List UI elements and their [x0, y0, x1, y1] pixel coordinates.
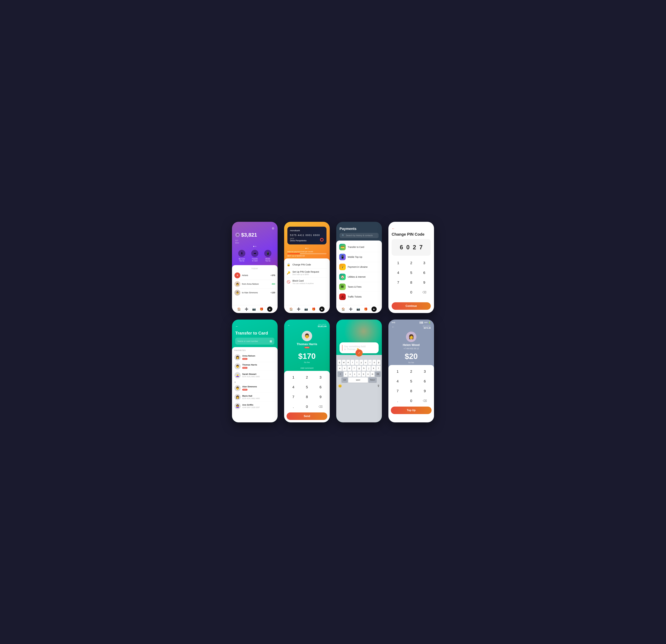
kb-123[interactable]: 123	[341, 378, 348, 383]
h-key-3[interactable]: 3	[420, 367, 430, 376]
send-button[interactable]: Send	[286, 413, 327, 420]
kb-f[interactable]: f	[352, 366, 356, 371]
nav-home[interactable]: 🏠	[237, 307, 241, 311]
nav3-home[interactable]: 🏠	[341, 307, 345, 311]
card-input-field[interactable]: Name or card number ▦	[235, 338, 274, 345]
kb-v[interactable]: v	[357, 371, 361, 377]
nav2-camera[interactable]: 📷	[304, 307, 308, 311]
kb-return[interactable]: Return	[369, 378, 376, 383]
nav2-home[interactable]: 🏠	[290, 307, 293, 311]
h-key-4[interactable]: 4	[393, 377, 403, 385]
kb-h[interactable]: h	[362, 366, 366, 371]
kb-t[interactable]: t	[355, 360, 359, 365]
menu-change-pin[interactable]: 🔒 Change PIN Code	[286, 261, 327, 268]
back-button-helen[interactable]: ←	[392, 325, 395, 329]
payment-taxes[interactable]: 🏛 Taxes & Fees	[338, 282, 380, 292]
nav2-gift[interactable]: 🎁	[312, 307, 315, 311]
kb-r[interactable]: r	[351, 360, 354, 365]
h-key-delete[interactable]: ⌫	[420, 397, 430, 405]
payment-traffic[interactable]: ⚠ Traffic Tickets	[338, 292, 380, 302]
kb-p[interactable]: p	[377, 360, 381, 365]
nav-plus[interactable]: ➕	[245, 307, 248, 311]
kb-i[interactable]: i	[368, 360, 372, 365]
kb-g[interactable]: g	[357, 366, 361, 371]
nav-play[interactable]: ▶	[267, 307, 273, 312]
menu-set-pin[interactable]: 🔑 Set Up PIN Code Request Don't ask up t…	[286, 268, 327, 278]
h-key-0[interactable]: 0	[406, 397, 416, 405]
back-button-transfer[interactable]: ←	[235, 325, 274, 328]
nav3-gift[interactable]: 🎁	[364, 307, 368, 311]
t-key-6[interactable]: 6	[316, 383, 325, 391]
payment-transfer[interactable]: 💳 Transfer to Card	[338, 242, 380, 252]
key-3[interactable]: 3	[419, 259, 429, 267]
kb-e[interactable]: e	[346, 360, 350, 365]
nav2-plus[interactable]: ➕	[297, 307, 300, 311]
mobile-topup-btn[interactable]: 📱 MobileTop Up	[264, 250, 271, 262]
t-key-7[interactable]: 7	[288, 393, 298, 401]
t-key-5[interactable]: 5	[302, 383, 312, 391]
add-comment-btn[interactable]: Add comment	[284, 365, 330, 371]
kb-k[interactable]: k	[371, 366, 376, 371]
h-key-dot[interactable]: .	[393, 397, 403, 405]
kb-m[interactable]: m	[370, 371, 374, 377]
kb-q[interactable]: q	[337, 360, 341, 365]
key-9[interactable]: 9	[419, 278, 429, 286]
send-circle-btn[interactable]: ✓	[355, 349, 363, 356]
kb-emoji-icon[interactable]: 😊	[338, 384, 342, 388]
t-key-dot[interactable]: .	[288, 403, 298, 411]
menu-block-card[interactable]: 🚫 Block Card You can unblock it anytime	[286, 278, 327, 286]
continue-button[interactable]: Continue	[392, 302, 431, 310]
key-0[interactable]: 0	[406, 288, 416, 296]
my-card-topup-btn[interactable]: ⬇ My CardTop Up	[238, 250, 245, 262]
h-key-2[interactable]: 2	[406, 367, 416, 376]
kb-z[interactable]: z	[344, 371, 348, 377]
topup-button[interactable]: Top Up	[391, 406, 432, 414]
kb-a[interactable]: a	[337, 366, 342, 371]
t-key-delete[interactable]: ⌫	[316, 403, 325, 411]
nav-camera[interactable]: 📷	[252, 307, 256, 311]
kb-space[interactable]: space	[348, 378, 368, 383]
t-key-4[interactable]: 4	[288, 383, 298, 391]
key-2[interactable]: 2	[406, 259, 416, 267]
contact-anna-nelson[interactable]: 👩 Anna Nelson mono	[234, 353, 275, 362]
contact-marie-hall[interactable]: 👩 Marie Hall 5375 4141 0001 6400	[234, 393, 275, 402]
h-key-8[interactable]: 8	[406, 387, 416, 395]
kb-c[interactable]: c	[353, 371, 356, 377]
key-1[interactable]: 1	[393, 259, 403, 267]
nav3-camera[interactable]: 📷	[356, 307, 360, 311]
settings-icon[interactable]: ⚙	[272, 227, 274, 230]
kb-u[interactable]: u	[364, 360, 368, 365]
kb-mic-icon[interactable]: 🎙	[377, 384, 380, 388]
h-key-6[interactable]: 6	[420, 377, 430, 385]
kb-j[interactable]: j	[367, 366, 371, 371]
h-key-7[interactable]: 7	[393, 387, 403, 395]
h-key-9[interactable]: 9	[420, 387, 430, 395]
kb-o[interactable]: o	[372, 360, 376, 365]
key-delete[interactable]: ⌫	[419, 288, 429, 296]
kb-s[interactable]: s	[343, 366, 347, 371]
kb-d[interactable]: d	[347, 366, 352, 371]
back-button-pin[interactable]: ←	[388, 222, 434, 231]
kb-y[interactable]: y	[360, 360, 363, 365]
payment-ukraine[interactable]: 💰 Payment in Ukraine	[338, 262, 380, 272]
back-button-thomas[interactable]: ←	[287, 324, 290, 327]
kb-w[interactable]: w	[342, 360, 346, 365]
h-key-5[interactable]: 5	[406, 377, 416, 385]
nav3-plus[interactable]: ➕	[349, 307, 353, 311]
scan-card-icon[interactable]: ▦	[269, 340, 272, 343]
transfer-to-card-btn[interactable]: ➡ Transferto Card	[251, 250, 258, 262]
payment-utilities[interactable]: 🏠 Utilities & Internet	[338, 272, 380, 282]
kb-l[interactable]: l	[376, 366, 381, 371]
t-key-0[interactable]: 0	[302, 403, 312, 411]
t-key-9[interactable]: 9	[316, 393, 325, 401]
contact-ann-griffin[interactable]: 👩‍🦱 Ann Griffin 4149 5567 3328 0287	[234, 402, 275, 411]
t-key-1[interactable]: 1	[288, 373, 298, 382]
nav-gift[interactable]: 🎁	[260, 307, 263, 311]
key-6[interactable]: 6	[419, 269, 429, 277]
kb-n[interactable]: n	[366, 371, 370, 377]
search-bar[interactable]: 🔍 Search by history & contacts	[339, 233, 379, 238]
nav3-play[interactable]: ▶	[371, 307, 376, 312]
kb-shift[interactable]: ⇧	[337, 371, 343, 377]
kb-backspace[interactable]: ⌫	[375, 371, 381, 377]
nav2-play[interactable]: ▶	[319, 307, 325, 312]
